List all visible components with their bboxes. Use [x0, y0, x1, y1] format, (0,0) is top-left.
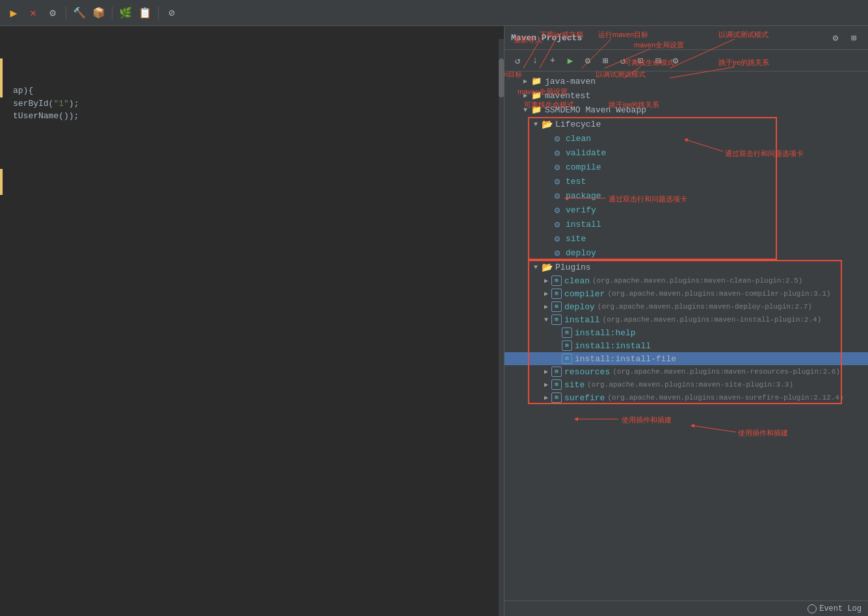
arrow-maventest: ▶: [520, 92, 531, 99]
label-plugin-compiler-detail: (org.apache.maven.plugins:maven-compiler…: [607, 290, 830, 298]
gear-icon-test: ⚙: [551, 175, 563, 187]
add-btn[interactable]: +: [545, 53, 560, 68]
arrow-lifecycle: ▼: [531, 121, 541, 128]
code-line-1: ap){: [0, 84, 504, 97]
gear-icon-verify: ⚙: [551, 204, 563, 216]
gear-toolbar-icon[interactable]: ⚙: [44, 5, 61, 21]
lifecycle-deploy[interactable]: ⚙ deploy: [505, 246, 868, 260]
folder-lifecycle[interactable]: ▼ 📂 Lifecycle: [505, 117, 868, 131]
label-plugin-clean-detail: (org.apache.maven.plugins:maven-clean-pl…: [592, 277, 802, 285]
label-java-maven: java-maven: [545, 77, 596, 86]
stop-icon[interactable]: ✕: [25, 5, 42, 21]
lifecycle-test[interactable]: ⚙ test: [505, 174, 868, 188]
plugin-resources[interactable]: ▶ m resources (org.apache.maven.plugins:…: [505, 365, 868, 378]
label-plugin-deploy-name: deploy: [564, 302, 595, 312]
label-test: test: [566, 177, 586, 186]
lifecycle-clean[interactable]: ⚙ clean: [505, 131, 868, 146]
config-btn[interactable]: ⚙: [668, 53, 683, 68]
lifecycle-install[interactable]: ⚙ install: [505, 217, 868, 231]
git-icon[interactable]: 📋: [137, 5, 153, 21]
refresh-btn[interactable]: ↺: [510, 53, 525, 68]
toolbar-sep-1: [66, 6, 66, 19]
code-scrollbar[interactable]: [499, 39, 504, 616]
lifecycle-site[interactable]: ⚙ site: [505, 231, 868, 246]
event-log-circle: [808, 604, 817, 613]
arrow-plugin-clean: ▶: [541, 277, 551, 285]
skip-tests-btn[interactable]: ⊡: [633, 53, 648, 68]
gear-icon-clean: ⚙: [551, 133, 563, 144]
label-compile: compile: [566, 162, 601, 172]
folder-icon-java-maven: 📁: [531, 75, 542, 87]
plugin-clean[interactable]: ▶ m clean (org.apache.maven.plugins:mave…: [505, 274, 868, 287]
label-verify: verify: [566, 205, 596, 215]
module-icon[interactable]: 📦: [90, 5, 107, 21]
yellow-bar-2: [0, 169, 3, 195]
plugin-surefire[interactable]: ▶ m surefire (org.apache.maven.plugins:m…: [505, 391, 868, 404]
label-plugin-compiler-name: compiler: [564, 289, 605, 299]
settings-global-btn[interactable]: ⚙: [580, 53, 596, 68]
settings-btn[interactable]: ⚙: [828, 30, 843, 45]
run2-icon[interactable]: 🌿: [117, 5, 134, 21]
arrow-plugin-deploy: ▶: [541, 303, 551, 311]
gear-icon-compile: ⚙: [551, 161, 563, 173]
plugin-icon-goal-install-file: m: [562, 353, 572, 364]
gear-icon-site: ⚙: [551, 233, 563, 244]
yellow-bar-1: [0, 58, 3, 97]
offline-btn[interactable]: ↺: [615, 53, 631, 68]
plugin-deploy[interactable]: ▶ m deploy (org.apache.maven.plugins:mav…: [505, 300, 868, 313]
plugin-icon-install: m: [551, 314, 562, 325]
plugin-icon-goal-install: m: [562, 340, 572, 351]
event-log-btn[interactable]: Event Log: [808, 604, 861, 613]
folder-plugins[interactable]: ▼ 📂 Plugins: [505, 260, 868, 274]
arrow-ssmdemo: ▼: [520, 107, 531, 114]
label-goal-help: install:help: [575, 328, 636, 338]
label-ssmdemo: SSMDEMO Maven Webapp: [545, 105, 646, 115]
lifecycle-compile[interactable]: ⚙ compile: [505, 160, 868, 174]
svg-text:使用插件和插建: 使用插件和插建: [622, 416, 672, 424]
plugin-install[interactable]: ▼ m install (org.apache.maven.plugins:ma…: [505, 313, 868, 326]
label-plugin-surefire-name: surefire: [564, 393, 605, 403]
project-ssmdemo[interactable]: ▼ 📁 SSMDEMO Maven Webapp: [505, 103, 868, 117]
code-panel: ap){ serById("1"); tUserName());: [0, 26, 504, 616]
label-plugin-install-detail: (org.apache.maven.plugins:maven-install-…: [603, 316, 822, 324]
label-plugin-resources-detail: (org.apache.maven.plugins:maven-resource…: [612, 368, 840, 376]
label-package: package: [566, 191, 601, 201]
goal-install-install-file[interactable]: m install:install-file: [505, 352, 868, 365]
label-clean: clean: [566, 134, 591, 144]
plugin-icon-surefire: m: [551, 392, 562, 403]
run-btn[interactable]: ▶: [562, 53, 578, 68]
gear-icon-install: ⚙: [551, 218, 563, 230]
toggle-btn[interactable]: ⊞: [598, 53, 613, 68]
build-icon[interactable]: 🔨: [71, 5, 88, 21]
label-plugins: Plugins: [555, 263, 591, 272]
maven-header-actions: ⚙ ⊞: [828, 30, 861, 45]
gear-icon-validate: ⚙: [551, 147, 563, 159]
project-java-maven[interactable]: ▶ 📁 java-maven: [505, 74, 868, 88]
label-site: site: [566, 234, 586, 244]
maven-toolbar: ↺ ↓ + ▶ ⚙ ⊞ ↺ ⊡ ⊟ ⚙: [505, 50, 868, 71]
plugin-icon-compiler: m: [551, 289, 562, 299]
plugin-compiler[interactable]: ▶ m compiler (org.apache.maven.plugins:m…: [505, 287, 868, 300]
lifecycle-verify[interactable]: ⚙ verify: [505, 203, 868, 217]
maven-tree[interactable]: 重新导入 下载jar或文档 运行maven目标 maven全局设置 以调试测试模…: [505, 71, 868, 600]
maven-title: Maven Projects: [511, 33, 582, 43]
lifecycle-package[interactable]: ⚙ package: [505, 188, 868, 203]
run-icon[interactable]: ▶: [5, 5, 22, 21]
download-btn[interactable]: ↓: [527, 53, 543, 68]
goal-install-install[interactable]: m install:install: [505, 339, 868, 352]
expand-btn[interactable]: ⊞: [846, 30, 861, 45]
arrow-plugin-resources: ▶: [541, 368, 551, 376]
debug-btn[interactable]: ⊟: [650, 53, 666, 68]
lifecycle-section: ▼ 📂 Lifecycle ⚙ clean ⚙ validate ⚙: [505, 117, 868, 260]
code-line-2: serById("1");: [0, 97, 504, 110]
goal-install-help[interactable]: m install:help: [505, 326, 868, 339]
event-log-label: Event Log: [819, 604, 861, 613]
label-install: install: [566, 220, 601, 229]
label-deploy: deploy: [566, 248, 596, 258]
plugin-site[interactable]: ▶ m site (org.apache.maven.plugins:maven…: [505, 378, 868, 391]
project-maventest[interactable]: ▶ 📁 maventest: [505, 88, 868, 103]
terminal-icon[interactable]: ⊘: [163, 5, 180, 21]
folder-icon-ssmdemo: 📁: [531, 104, 542, 116]
maven-header: Maven Projects ⚙ ⊞: [505, 26, 868, 50]
lifecycle-validate[interactable]: ⚙ validate: [505, 146, 868, 160]
